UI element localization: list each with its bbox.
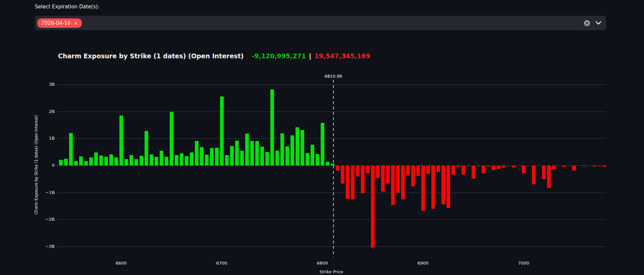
bar-strike-6540[interactable] — [59, 160, 63, 165]
bar-strike-7040[interactable] — [562, 165, 566, 167]
bar-strike-7020[interactable] — [542, 165, 546, 179]
bar-strike-6955[interactable] — [477, 165, 480, 166]
bar-strike-6870[interactable] — [391, 165, 395, 205]
bar-strike-6765[interactable] — [285, 146, 289, 165]
bar-strike-6915[interactable] — [436, 165, 440, 172]
bar-strike-6965[interactable] — [487, 165, 490, 166]
bar-strike-6665[interactable] — [185, 156, 189, 165]
bar-strike-6600[interactable] — [119, 116, 123, 165]
bar-strike-7000[interactable] — [522, 165, 526, 173]
bar-strike-6630[interactable] — [150, 154, 153, 165]
bar-strike-6700[interactable] — [220, 96, 224, 165]
bar-strike-6780[interactable] — [301, 130, 304, 165]
bar-strike-6590[interactable] — [109, 154, 113, 165]
bar-strike-6855[interactable] — [376, 165, 380, 178]
bar-strike-6605[interactable] — [124, 159, 128, 165]
bar-strike-6550[interactable] — [69, 133, 73, 165]
bar-strike-6750[interactable] — [270, 89, 274, 165]
bar-strike-6720[interactable] — [240, 151, 244, 165]
bar-strike-6805[interactable] — [326, 162, 329, 165]
bar-strike-6615[interactable] — [135, 159, 138, 165]
bar-strike-6730[interactable] — [250, 141, 254, 165]
bar-strike-7030[interactable] — [552, 165, 556, 169]
bar-strike-6545[interactable] — [64, 159, 68, 165]
bar-strike-6695[interactable] — [215, 148, 219, 165]
bar-strike-6975[interactable] — [497, 165, 500, 169]
bar-strike-6565[interactable] — [84, 161, 88, 165]
bar-strike-7075[interactable] — [597, 165, 601, 166]
bar-strike-6840[interactable] — [361, 165, 365, 193]
bar-strike-6875[interactable] — [396, 165, 400, 193]
bar-strike-6745[interactable] — [265, 152, 269, 165]
bar-strike-6815[interactable] — [336, 165, 339, 170]
bar-strike-6925[interactable] — [446, 165, 450, 208]
bar-strike-6580[interactable] — [99, 155, 103, 165]
bar-strike-6880[interactable] — [401, 165, 405, 199]
bar-strike-6760[interactable] — [280, 133, 284, 165]
bar-strike-6650[interactable] — [170, 112, 173, 165]
bar-strike-6635[interactable] — [155, 157, 158, 165]
bar-strike-6655[interactable] — [175, 155, 178, 165]
bar-strike-6800[interactable] — [321, 123, 324, 165]
bar-strike-6715[interactable] — [235, 141, 239, 165]
bar-strike-6610[interactable] — [129, 155, 133, 165]
bar-strike-6940[interactable] — [462, 165, 465, 175]
bar-strike-7080[interactable] — [602, 165, 606, 167]
bar-strike-6740[interactable] — [260, 147, 264, 165]
bar-strike-6570[interactable] — [89, 157, 93, 165]
bar-strike-6790[interactable] — [311, 145, 314, 165]
bar-strike-6725[interactable] — [245, 134, 249, 165]
bar-strike-6670[interactable] — [190, 152, 194, 165]
bar-strike-6850[interactable] — [371, 165, 375, 248]
bar-strike-7025[interactable] — [547, 165, 551, 188]
bar-strike-7060[interactable] — [582, 165, 586, 166]
bar-strike-6945[interactable] — [467, 165, 470, 166]
bar-strike-6640[interactable] — [160, 151, 163, 165]
bar-strike-7050[interactable] — [572, 165, 576, 170]
bar-strike-6675[interactable] — [195, 141, 199, 165]
bar-strike-6990[interactable] — [512, 165, 516, 167]
bar-strike-6690[interactable] — [210, 148, 214, 165]
bar-strike-6980[interactable] — [502, 165, 505, 167]
bar-strike-6895[interactable] — [416, 165, 420, 176]
bar-strike-6620[interactable] — [140, 156, 143, 165]
bar-strike-6935[interactable] — [457, 165, 460, 167]
bar-strike-6930[interactable] — [451, 165, 455, 175]
bar-strike-6680[interactable] — [200, 147, 204, 165]
bar-strike-6890[interactable] — [411, 165, 415, 186]
bar-strike-6970[interactable] — [492, 165, 495, 170]
bar-strike-6775[interactable] — [296, 127, 299, 165]
bar-strike-6950[interactable] — [472, 165, 475, 179]
bar-strike-6560[interactable] — [79, 156, 83, 165]
bar-strike-6885[interactable] — [406, 165, 410, 176]
bar-strike-6685[interactable] — [205, 155, 209, 165]
bar-strike-6555[interactable] — [74, 161, 78, 165]
bar-strike-6585[interactable] — [104, 157, 108, 165]
bar-strike-6770[interactable] — [290, 135, 294, 165]
bar-strike-6645[interactable] — [165, 157, 168, 165]
bar-strike-6575[interactable] — [94, 152, 98, 165]
bar-strike-6905[interactable] — [426, 165, 430, 174]
bar-strike-6865[interactable] — [386, 165, 390, 184]
bar-strike-6845[interactable] — [366, 165, 370, 173]
bar-strike-6795[interactable] — [316, 154, 319, 165]
bar-strike-6705[interactable] — [225, 155, 229, 165]
bar-strike-6735[interactable] — [255, 141, 259, 165]
bar-strike-6825[interactable] — [346, 165, 350, 199]
bar-strike-6785[interactable] — [306, 153, 309, 165]
bar-strike-7070[interactable] — [592, 165, 596, 166]
bar-strike-6755[interactable] — [275, 151, 279, 165]
bar-strike-6710[interactable] — [230, 146, 234, 165]
bar-strike-6595[interactable] — [114, 157, 118, 165]
bar-strike-6625[interactable] — [145, 131, 148, 165]
bar-strike-6910[interactable] — [431, 165, 435, 209]
bar-strike-6920[interactable] — [441, 165, 445, 204]
bar-strike-7010[interactable] — [532, 165, 536, 184]
bar-strike-6660[interactable] — [180, 153, 183, 165]
bar-strike-6830[interactable] — [351, 165, 355, 199]
bar-strike-6860[interactable] — [381, 165, 385, 192]
bar-strike-6835[interactable] — [356, 165, 360, 177]
bar-strike-6960[interactable] — [482, 165, 485, 173]
bar-strike-6820[interactable] — [341, 165, 344, 184]
bar-strike-6900[interactable] — [421, 165, 425, 211]
